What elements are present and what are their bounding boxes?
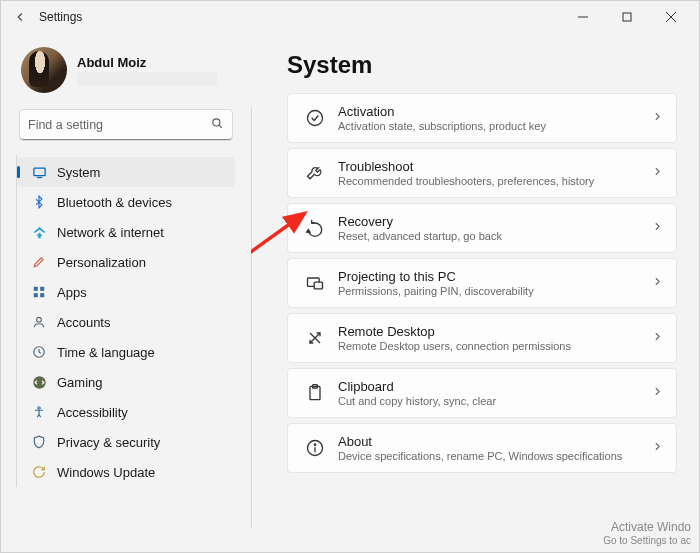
sidebar-item-gaming[interactable]: Gaming (17, 367, 235, 397)
svg-rect-11 (40, 293, 44, 297)
card-clipboard[interactable]: Clipboard Cut and copy history, sync, cl… (287, 368, 677, 418)
sidebar-item-label: Gaming (57, 375, 103, 390)
card-sub: Remote Desktop users, connection permiss… (338, 340, 647, 352)
svg-point-16 (308, 111, 323, 126)
card-title: Projecting to this PC (338, 269, 647, 284)
profile-subline (77, 72, 217, 86)
svg-point-4 (213, 119, 220, 126)
sidebar-item-accessibility[interactable]: Accessibility (17, 397, 235, 427)
shield-icon (31, 434, 47, 450)
settings-cards: Activation Activation state, subscriptio… (287, 93, 677, 473)
card-projecting[interactable]: Projecting to this PC Permissions, pairi… (287, 258, 677, 308)
card-troubleshoot[interactable]: Troubleshoot Recommended troubleshooters… (287, 148, 677, 198)
titlebar: Settings (1, 1, 699, 33)
sidebar-item-personalization[interactable]: Personalization (17, 247, 235, 277)
minimize-button[interactable] (561, 3, 605, 31)
card-sub: Device specifications, rename PC, Window… (338, 450, 647, 462)
card-remotedesktop[interactable]: Remote Desktop Remote Desktop users, con… (287, 313, 677, 363)
svg-rect-10 (34, 293, 38, 297)
gaming-icon (31, 374, 47, 390)
activation-watermark: Activate Windo Go to Settings to ac (603, 520, 691, 548)
maximize-button[interactable] (605, 3, 649, 31)
card-sub: Recommended troubleshooters, preferences… (338, 175, 647, 187)
sidebar-item-time[interactable]: Time & language (17, 337, 235, 367)
search-input[interactable] (28, 118, 211, 132)
card-sub: Activation state, subscriptions, product… (338, 120, 647, 132)
sidebar-item-label: Network & internet (57, 225, 164, 240)
chevron-right-icon (651, 439, 664, 457)
sidebar-item-label: Windows Update (57, 465, 155, 480)
sidebar-item-label: Personalization (57, 255, 146, 270)
bluetooth-icon (31, 194, 47, 210)
avatar (21, 47, 67, 93)
main-divider (251, 107, 252, 528)
search-box[interactable] (19, 109, 233, 141)
sidebar-scrollbar[interactable] (242, 155, 245, 487)
card-about[interactable]: About Device specifications, rename PC, … (287, 423, 677, 473)
remote-icon (296, 328, 334, 348)
card-recovery[interactable]: Recovery Reset, advanced startup, go bac… (287, 203, 677, 253)
maximize-icon (622, 12, 632, 22)
sidebar-item-label: Bluetooth & devices (57, 195, 172, 210)
wifi-icon (31, 224, 47, 240)
close-button[interactable] (649, 3, 693, 31)
card-sub: Reset, advanced startup, go back (338, 230, 647, 242)
watermark-line2: Go to Settings to ac (603, 534, 691, 548)
wrench-icon (296, 163, 334, 183)
sidebar-item-label: Privacy & security (57, 435, 160, 450)
sidebar: Abdul Moiz System Bluetooth & devices (1, 33, 251, 552)
info-circle-icon (296, 438, 334, 458)
apps-icon (31, 284, 47, 300)
main-content: System Activation Activation state, subs… (251, 33, 699, 552)
sidebar-item-system[interactable]: System (17, 157, 235, 187)
card-title: Activation (338, 104, 647, 119)
sidebar-item-label: Accounts (57, 315, 110, 330)
card-title: Remote Desktop (338, 324, 647, 339)
chevron-right-icon (651, 384, 664, 402)
svg-rect-1 (623, 13, 631, 21)
minimize-icon (578, 12, 588, 22)
sidebar-item-label: Apps (57, 285, 87, 300)
accessibility-icon (31, 404, 47, 420)
chevron-right-icon (651, 219, 664, 237)
chevron-right-icon (651, 164, 664, 182)
card-title: Troubleshoot (338, 159, 647, 174)
window-title: Settings (39, 10, 82, 24)
sidebar-item-privacy[interactable]: Privacy & security (17, 427, 235, 457)
checkmark-circle-icon (296, 108, 334, 128)
sidebar-item-bluetooth[interactable]: Bluetooth & devices (17, 187, 235, 217)
nav-list: System Bluetooth & devices Network & int… (16, 155, 241, 487)
sidebar-item-label: Time & language (57, 345, 155, 360)
chevron-right-icon (651, 274, 664, 292)
svg-rect-18 (314, 282, 322, 289)
svg-point-23 (314, 444, 315, 445)
sidebar-item-accounts[interactable]: Accounts (17, 307, 235, 337)
card-sub: Permissions, pairing PIN, discoverabilit… (338, 285, 647, 297)
clock-icon (31, 344, 47, 360)
card-title: Recovery (338, 214, 647, 229)
card-title: Clipboard (338, 379, 647, 394)
system-icon (31, 164, 47, 180)
back-button[interactable] (11, 8, 29, 26)
search-icon (211, 116, 224, 134)
close-icon (666, 12, 676, 22)
svg-rect-9 (40, 287, 44, 291)
arrow-left-icon (13, 10, 27, 24)
sidebar-item-network[interactable]: Network & internet (17, 217, 235, 247)
settings-window: Settings Abdul Moiz (0, 0, 700, 553)
svg-rect-8 (34, 287, 38, 291)
clipboard-icon (296, 383, 334, 403)
chevron-right-icon (651, 109, 664, 127)
card-title: About (338, 434, 647, 449)
sidebar-item-update[interactable]: Windows Update (17, 457, 235, 487)
profile-block[interactable]: Abdul Moiz (21, 47, 241, 93)
sidebar-item-apps[interactable]: Apps (17, 277, 235, 307)
svg-point-12 (37, 317, 42, 322)
card-activation[interactable]: Activation Activation state, subscriptio… (287, 93, 677, 143)
accounts-icon (31, 314, 47, 330)
sidebar-item-label: System (57, 165, 100, 180)
svg-line-5 (219, 125, 222, 128)
projecting-icon (296, 273, 334, 293)
update-icon (31, 464, 47, 480)
svg-point-15 (38, 407, 40, 409)
